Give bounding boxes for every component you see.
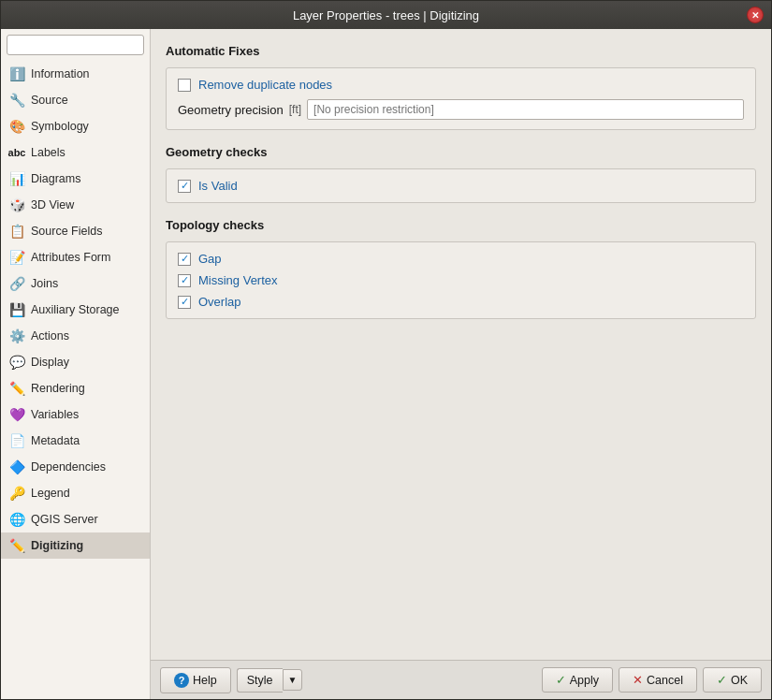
cancel-button[interactable]: ✕ Cancel: [619, 667, 697, 693]
sidebar-label-auxiliarystorage: Auxiliary Storage: [31, 303, 120, 316]
topology-checks-box: Gap Missing Vertex Overlap: [166, 241, 756, 319]
sidebar-label-information: Information: [31, 67, 90, 80]
information-icon: ℹ️: [8, 66, 25, 82]
sidebar-item-attributesform[interactable]: 📝 Attributes Form: [1, 244, 150, 270]
sidebar-label-3dview: 3D View: [31, 198, 74, 211]
apply-label: Apply: [570, 674, 599, 687]
sidebar-item-auxiliarystorage[interactable]: 💾 Auxiliary Storage: [1, 297, 150, 323]
auxiliarystorage-icon: 💾: [8, 301, 25, 318]
missing-vertex-row: Missing Vertex: [178, 273, 744, 287]
gap-checkbox[interactable]: [178, 253, 191, 266]
symbology-icon: 🎨: [8, 118, 25, 135]
actions-icon: ⚙️: [8, 328, 25, 344]
metadata-icon: 📄: [8, 432, 25, 449]
3dview-icon: 🎲: [8, 197, 25, 213]
labels-icon: abc: [8, 144, 25, 161]
footer-left: ? Help Style ▼: [160, 667, 302, 693]
geometry-checks-title: Geometry checks: [166, 145, 756, 159]
sidebar-item-variables[interactable]: 💜 Variables: [1, 401, 150, 428]
sidebar-label-attributesform: Attributes Form: [31, 251, 110, 264]
sidebar-label-diagrams: Diagrams: [31, 172, 81, 185]
sidebar-label-dependencies: Dependencies: [31, 460, 106, 474]
overlap-row: Overlap: [178, 295, 744, 309]
dependencies-icon: 🔷: [8, 459, 25, 475]
sidebar-label-symbology: Symbology: [31, 120, 89, 133]
missing-vertex-label: Missing Vertex: [198, 273, 278, 287]
missing-vertex-checkbox[interactable]: [178, 274, 191, 287]
remove-duplicate-checkbox[interactable]: [178, 79, 191, 92]
attributesform-icon: 📝: [8, 249, 25, 266]
sidebar-item-dependencies[interactable]: 🔷 Dependencies: [1, 454, 150, 480]
sidebar-label-variables: Variables: [31, 408, 79, 421]
geometry-precision-label: Geometry precision: [178, 103, 284, 117]
sidebar-item-3dview[interactable]: 🎲 3D View: [1, 192, 150, 218]
content-area: ℹ️ Information 🔧 Source 🎨 Symbology abc …: [1, 29, 771, 699]
apply-button[interactable]: ✓ Apply: [542, 667, 613, 693]
joins-icon: 🔗: [8, 275, 25, 292]
legend-icon: 🔑: [8, 485, 25, 502]
overlap-label: Overlap: [198, 295, 241, 309]
main-window: Layer Properties - trees | Digitizing ✕ …: [0, 0, 772, 700]
variables-icon: 💜: [8, 406, 25, 423]
window-title: Layer Properties - trees | Digitizing: [25, 8, 747, 22]
footer-right: ✓ Apply ✕ Cancel ✓ OK: [542, 667, 762, 693]
sidebar-item-metadata[interactable]: 📄 Metadata: [1, 428, 150, 454]
sidebar: ℹ️ Information 🔧 Source 🎨 Symbology abc …: [1, 29, 151, 699]
sidebar-item-digitizing[interactable]: ✏️ Digitizing: [1, 532, 150, 559]
sidebar-item-legend[interactable]: 🔑 Legend: [1, 480, 150, 506]
help-button[interactable]: ? Help: [160, 667, 231, 693]
sidebar-label-digitizing: Digitizing: [31, 539, 83, 552]
geometry-precision-unit: [ft]: [289, 103, 301, 116]
ok-label: OK: [731, 674, 748, 687]
apply-check-icon: ✓: [556, 673, 566, 687]
sidebar-item-actions[interactable]: ⚙️ Actions: [1, 323, 150, 349]
is-valid-row: Is Valid: [178, 179, 744, 193]
footer: ? Help Style ▼ ✓ Apply ✕ Cancel: [151, 660, 771, 699]
ok-button[interactable]: ✓ OK: [703, 667, 762, 693]
sidebar-item-rendering[interactable]: ✏️ Rendering: [1, 375, 150, 401]
digitizing-icon: ✏️: [8, 537, 25, 554]
sidebar-label-metadata: Metadata: [31, 434, 80, 447]
sidebar-item-source[interactable]: 🔧 Source: [1, 87, 150, 113]
sidebar-item-diagrams[interactable]: 📊 Diagrams: [1, 166, 150, 192]
ok-check-icon: ✓: [717, 673, 727, 687]
main-panel: Automatic Fixes Remove duplicate nodes G…: [151, 29, 771, 699]
sidebar-item-sourcefields[interactable]: 📋 Source Fields: [1, 218, 150, 244]
sidebar-item-qgisserver[interactable]: 🌐 QGIS Server: [1, 506, 150, 532]
is-valid-checkbox[interactable]: [178, 180, 191, 193]
sidebar-item-joins[interactable]: 🔗 Joins: [1, 270, 150, 297]
sourcefields-icon: 📋: [8, 223, 25, 240]
search-input[interactable]: [7, 35, 144, 55]
sidebar-label-legend: Legend: [31, 487, 70, 500]
automatic-fixes-box: Remove duplicate nodes Geometry precisio…: [166, 67, 756, 130]
sidebar-item-labels[interactable]: abc Labels: [1, 139, 150, 166]
sidebar-label-source: Source: [31, 94, 68, 107]
style-button[interactable]: Style: [237, 668, 283, 693]
sidebar-item-information[interactable]: ℹ️ Information: [1, 61, 150, 87]
help-label: Help: [193, 674, 217, 687]
topology-checks-title: Topology checks: [166, 218, 756, 232]
titlebar: Layer Properties - trees | Digitizing ✕: [1, 1, 771, 29]
remove-duplicate-label: Remove duplicate nodes: [198, 78, 332, 92]
help-icon: ?: [174, 673, 189, 688]
sidebar-label-display: Display: [31, 356, 69, 369]
sidebar-item-symbology[interactable]: 🎨 Symbology: [1, 113, 150, 139]
gap-label: Gap: [198, 252, 222, 266]
sidebar-label-sourcefields: Source Fields: [31, 225, 102, 238]
style-arrow-button[interactable]: ▼: [283, 669, 303, 691]
rendering-icon: ✏️: [8, 380, 25, 397]
sidebar-label-qgisserver: QGIS Server: [31, 513, 98, 526]
cancel-x-icon: ✕: [633, 673, 643, 687]
overlap-checkbox[interactable]: [178, 296, 191, 309]
geometry-checks-box: Is Valid: [166, 168, 756, 203]
sidebar-label-joins: Joins: [31, 277, 58, 290]
style-dropdown: Style ▼: [237, 667, 303, 693]
qgisserver-icon: 🌐: [8, 511, 25, 528]
geometry-precision-input[interactable]: [307, 99, 744, 120]
sidebar-item-display[interactable]: 💬 Display: [1, 349, 150, 375]
close-button[interactable]: ✕: [747, 7, 764, 23]
geometry-precision-row: Geometry precision [ft]: [178, 99, 744, 120]
source-icon: 🔧: [8, 92, 25, 109]
automatic-fixes-title: Automatic Fixes: [166, 44, 756, 58]
sidebar-label-rendering: Rendering: [31, 382, 85, 395]
